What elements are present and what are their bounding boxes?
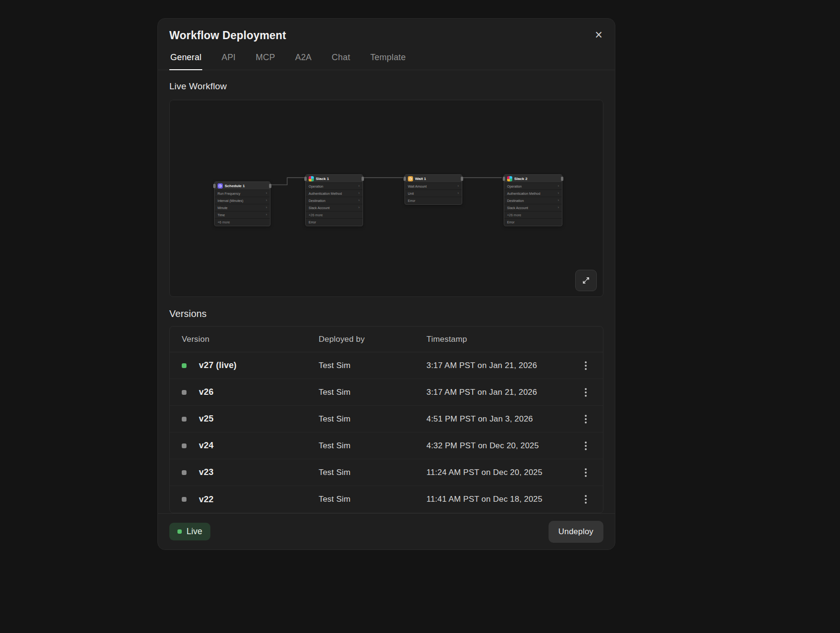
column-header-deployed-by: Deployed by bbox=[319, 335, 426, 344]
node-field-row[interactable]: Authentication Method› bbox=[306, 190, 363, 197]
workflow-node[interactable]: Slack 2 Operation›Authentication Method›… bbox=[504, 174, 562, 226]
node-input-port[interactable] bbox=[213, 184, 216, 188]
node-field-label: Interval (Minutes) bbox=[218, 199, 243, 202]
tab-general[interactable]: General bbox=[169, 53, 202, 70]
node-field-row[interactable]: Destination› bbox=[306, 197, 363, 204]
workflow-node[interactable]: Schedule 1 Run Frequency›Interval (Minut… bbox=[214, 181, 270, 226]
node-field-row[interactable]: Minute› bbox=[215, 204, 270, 211]
chevron-right-icon: › bbox=[558, 184, 559, 188]
modal-footer: Live Undeploy bbox=[158, 513, 615, 549]
row-menu-button[interactable] bbox=[579, 385, 593, 400]
node-field-label: Unit bbox=[408, 192, 414, 195]
kebab-icon bbox=[585, 415, 587, 417]
node-output-port[interactable] bbox=[561, 177, 563, 181]
node-field-row[interactable]: +26 more bbox=[504, 211, 562, 219]
chevron-right-icon: › bbox=[266, 206, 267, 210]
close-icon: × bbox=[595, 28, 602, 42]
row-menu-button[interactable] bbox=[579, 492, 593, 506]
node-output-port[interactable] bbox=[269, 184, 271, 188]
node-field-row[interactable]: Operation› bbox=[306, 183, 363, 190]
version-status-dot bbox=[182, 497, 187, 502]
node-title: Schedule 1 bbox=[225, 184, 245, 188]
node-field-row[interactable]: Slack Account› bbox=[306, 204, 363, 211]
column-header-timestamp: Timestamp bbox=[426, 335, 574, 344]
close-button[interactable]: × bbox=[594, 29, 603, 41]
kebab-icon bbox=[585, 361, 587, 363]
node-field-row[interactable]: Wait Amount› bbox=[405, 183, 462, 190]
node-header: Schedule 1 bbox=[215, 182, 270, 190]
node-field-row[interactable]: Error bbox=[504, 219, 562, 226]
node-field-row[interactable]: Error bbox=[405, 197, 462, 204]
workflow-canvas[interactable]: Schedule 1 Run Frequency›Interval (Minut… bbox=[169, 100, 603, 297]
chevron-right-icon: › bbox=[358, 184, 360, 188]
row-menu-button[interactable] bbox=[579, 412, 593, 426]
row-menu-button[interactable] bbox=[579, 359, 593, 373]
tab-template[interactable]: Template bbox=[369, 53, 407, 70]
node-field-row[interactable]: Authentication Method› bbox=[504, 190, 562, 197]
node-header: Slack 2 bbox=[504, 175, 562, 183]
node-output-port[interactable] bbox=[362, 177, 364, 181]
workflow-node[interactable]: Wait 1 Wait Amount›Unit›Error bbox=[404, 174, 462, 205]
node-field-label: Error bbox=[309, 221, 316, 224]
timestamp: 3:17 AM PST on Jan 21, 2026 bbox=[426, 388, 574, 397]
node-field-row[interactable]: Slack Account› bbox=[504, 204, 562, 211]
timestamp: 4:51 PM PST on Jan 3, 2026 bbox=[426, 414, 574, 424]
version-row: v22 Test Sim 11:41 AM PST on Dec 18, 202… bbox=[170, 486, 603, 513]
version-label: v27 (live) bbox=[199, 360, 237, 370]
node-title: Slack 1 bbox=[316, 177, 329, 181]
kebab-icon bbox=[585, 442, 587, 443]
expand-icon bbox=[581, 276, 591, 285]
modal-body: Live Workflow Schedule 1 Run Frequency›I… bbox=[158, 70, 615, 513]
workflow-node[interactable]: Slack 1 Operation›Authentication Method›… bbox=[305, 174, 363, 226]
node-field-row[interactable]: Run Frequency› bbox=[215, 190, 270, 197]
chevron-right-icon: › bbox=[358, 206, 360, 210]
tab-mcp[interactable]: MCP bbox=[255, 53, 276, 70]
node-input-port[interactable] bbox=[404, 177, 406, 181]
node-field-row[interactable]: Error bbox=[306, 219, 363, 226]
versions-table-header: Version Deployed by Timestamp bbox=[170, 327, 603, 352]
modal-header: Workflow Deployment × bbox=[158, 19, 615, 42]
version-row: v26 Test Sim 3:17 AM PST on Jan 21, 2026 bbox=[170, 379, 603, 406]
slack-icon bbox=[507, 176, 512, 181]
node-field-row[interactable]: Destination› bbox=[504, 197, 562, 204]
node-field-row[interactable]: Interval (Minutes)› bbox=[215, 197, 270, 204]
node-field-row[interactable]: +6 more bbox=[215, 219, 270, 226]
version-label: v25 bbox=[199, 414, 214, 424]
version-label: v23 bbox=[199, 467, 214, 477]
node-title: Wait 1 bbox=[415, 177, 426, 181]
node-field-row[interactable]: Unit› bbox=[405, 190, 462, 197]
version-label: v22 bbox=[199, 495, 214, 505]
node-output-port[interactable] bbox=[461, 177, 463, 181]
node-field-label: Error bbox=[507, 221, 515, 224]
row-menu-button[interactable] bbox=[579, 465, 593, 480]
node-input-port[interactable] bbox=[304, 177, 307, 181]
node-field-row[interactable]: +26 more bbox=[306, 211, 363, 219]
node-header: Slack 1 bbox=[306, 175, 363, 183]
row-menu-button[interactable] bbox=[579, 439, 593, 453]
expand-workflow-button[interactable] bbox=[575, 270, 597, 291]
node-field-label: Authentication Method bbox=[309, 192, 342, 195]
version-label: v26 bbox=[199, 387, 214, 397]
deployed-by: Test Sim bbox=[319, 414, 426, 424]
kebab-icon bbox=[585, 388, 587, 390]
undeploy-button[interactable]: Undeploy bbox=[549, 521, 603, 543]
node-input-port[interactable] bbox=[503, 177, 505, 181]
node-field-label: Slack Account bbox=[309, 206, 330, 210]
tab-chat[interactable]: Chat bbox=[331, 53, 351, 70]
versions-heading: Versions bbox=[169, 308, 603, 319]
chevron-right-icon: › bbox=[457, 184, 459, 188]
versions-table-body: v27 (live) Test Sim 3:17 AM PST on Jan 2… bbox=[170, 352, 603, 513]
version-label: v24 bbox=[199, 441, 214, 451]
timestamp: 11:24 AM PST on Dec 20, 2025 bbox=[426, 468, 574, 477]
node-field-row[interactable]: Operation› bbox=[504, 183, 562, 190]
tab-bar: General API MCP A2A Chat Template bbox=[158, 53, 615, 70]
chevron-right-icon: › bbox=[358, 199, 360, 202]
node-header: Wait 1 bbox=[405, 175, 462, 183]
column-header-version: Version bbox=[182, 335, 319, 344]
workflow-deployment-modal: Workflow Deployment × General API MCP A2… bbox=[157, 18, 615, 550]
tab-a2a[interactable]: A2A bbox=[294, 53, 313, 70]
node-field-label: Wait Amount bbox=[408, 185, 426, 188]
node-field-row[interactable]: Time› bbox=[215, 211, 270, 219]
node-field-label: Minute bbox=[218, 206, 228, 210]
tab-api[interactable]: API bbox=[220, 53, 237, 70]
